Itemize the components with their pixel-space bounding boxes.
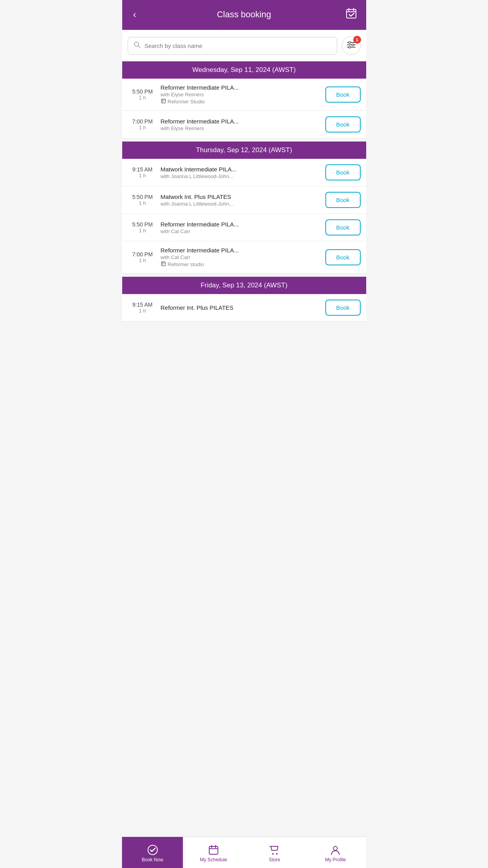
- class-instructor: with Cat Carr: [161, 254, 321, 260]
- class-time: 7:00 PM 1 h: [128, 251, 157, 263]
- class-time: 7:00 PM 1 h: [128, 118, 157, 131]
- duration-value: 1 h: [128, 228, 157, 234]
- class-instructor: with Joanna L Littlewood-John...: [161, 173, 321, 179]
- class-name: Reformer Intermediate PILA...: [161, 84, 321, 91]
- class-name: Reformer Int. Plus PILATES: [161, 304, 321, 311]
- class-row: 9:15 AM 1 h Matwork Intermediate PILA...…: [122, 159, 366, 186]
- class-time: 9:15 AM 1 h: [128, 166, 157, 178]
- class-name: Reformer Intermediate PILA...: [161, 221, 321, 228]
- duration-value: 1 h: [128, 95, 157, 101]
- book-button[interactable]: Book: [325, 300, 361, 316]
- book-button[interactable]: Book: [325, 164, 361, 180]
- class-location: Reformer studio: [161, 261, 321, 268]
- time-value: 5:50 PM: [128, 221, 157, 228]
- back-button[interactable]: ‹: [130, 8, 139, 21]
- content-area: Wednesday, Sep 11, 2024 (AWST) 5:50 PM 1…: [122, 61, 366, 357]
- class-time: 5:50 PM 1 h: [128, 221, 157, 234]
- class-instructor: with Elyse Reimers: [161, 125, 321, 131]
- class-info: Reformer Intermediate PILA... with Cat C…: [161, 221, 321, 234]
- svg-rect-15: [161, 262, 165, 266]
- class-name: Matwork Int. Plus PILATES: [161, 193, 321, 200]
- svg-point-11: [349, 46, 350, 48]
- location-icon: [161, 98, 166, 105]
- class-time: 5:50 PM 1 h: [128, 194, 157, 206]
- book-button[interactable]: Book: [325, 86, 361, 103]
- location-text: Reformer Studio: [168, 99, 205, 105]
- class-time: 5:50 PM 1 h: [128, 88, 157, 101]
- class-row: 7:00 PM 1 h Reformer Intermediate PILA..…: [122, 111, 366, 138]
- class-instructor: with Joanna L Littlewood-John...: [161, 201, 321, 207]
- svg-point-10: [352, 44, 354, 46]
- class-row: 7:00 PM 1 h Reformer Intermediate PILA..…: [122, 241, 366, 274]
- book-button[interactable]: Book: [325, 192, 361, 208]
- search-area: 1: [122, 30, 366, 61]
- class-info: Reformer Intermediate PILA... with Elyse…: [161, 84, 321, 105]
- class-instructor: with Cat Carr: [161, 228, 321, 234]
- time-value: 9:15 AM: [128, 166, 157, 173]
- duration-value: 1 h: [128, 308, 157, 314]
- duration-value: 1 h: [128, 125, 157, 131]
- svg-line-5: [138, 46, 140, 48]
- filter-badge: 1: [353, 36, 361, 44]
- class-info: Reformer Intermediate PILA... with Elyse…: [161, 118, 321, 131]
- class-instructor: with Elyse Reimers: [161, 92, 321, 97]
- calendar-button[interactable]: [344, 6, 358, 23]
- calendar-check-icon: [346, 8, 357, 19]
- location-text: Reformer studio: [168, 261, 204, 267]
- page-title: Class booking: [217, 9, 271, 20]
- day-header-friday: Friday, Sep 13, 2024 (AWST): [122, 277, 366, 294]
- class-time: 9:15 AM 1 h: [128, 302, 157, 314]
- day-header-thursday: Thursday, Sep 12, 2024 (AWST): [122, 142, 366, 159]
- book-button[interactable]: Book: [325, 249, 361, 265]
- class-name: Reformer Intermediate PILA...: [161, 118, 321, 125]
- svg-rect-0: [347, 9, 356, 18]
- class-location: Reformer Studio: [161, 98, 321, 105]
- day-header-wednesday: Wednesday, Sep 11, 2024 (AWST): [122, 61, 366, 79]
- time-value: 5:50 PM: [128, 88, 157, 95]
- class-name: Reformer Intermediate PILA...: [161, 247, 321, 254]
- duration-value: 1 h: [128, 257, 157, 263]
- search-icon: [134, 41, 141, 50]
- time-value: 7:00 PM: [128, 251, 157, 257]
- class-name: Matwork Intermediate PILA...: [161, 166, 321, 173]
- svg-point-9: [349, 41, 350, 43]
- class-info: Reformer Intermediate PILA... with Cat C…: [161, 247, 321, 268]
- section-gap: [122, 274, 366, 277]
- class-info: Reformer Int. Plus PILATES: [161, 304, 321, 311]
- class-row: 5:50 PM 1 h Matwork Int. Plus PILATES wi…: [122, 186, 366, 214]
- time-value: 7:00 PM: [128, 118, 157, 125]
- class-row: 5:50 PM 1 h Reformer Intermediate PILA..…: [122, 79, 366, 111]
- time-value: 5:50 PM: [128, 194, 157, 200]
- class-row: 9:15 AM 1 h Reformer Int. Plus PILATES B…: [122, 294, 366, 322]
- class-info: Matwork Intermediate PILA... with Joanna…: [161, 166, 321, 179]
- duration-value: 1 h: [128, 173, 157, 178]
- search-input[interactable]: [145, 42, 331, 49]
- header: ‹ Class booking: [122, 0, 366, 30]
- book-button[interactable]: Book: [325, 116, 361, 132]
- book-button[interactable]: Book: [325, 219, 361, 235]
- location-icon: [161, 261, 166, 268]
- section-gap: [122, 138, 366, 142]
- svg-rect-12: [161, 99, 165, 103]
- filter-button[interactable]: 1: [342, 36, 361, 55]
- duration-value: 1 h: [128, 200, 157, 206]
- time-value: 9:15 AM: [128, 302, 157, 308]
- search-box[interactable]: [128, 37, 337, 55]
- class-row: 5:50 PM 1 h Reformer Intermediate PILA..…: [122, 214, 366, 241]
- class-info: Matwork Int. Plus PILATES with Joanna L …: [161, 193, 321, 207]
